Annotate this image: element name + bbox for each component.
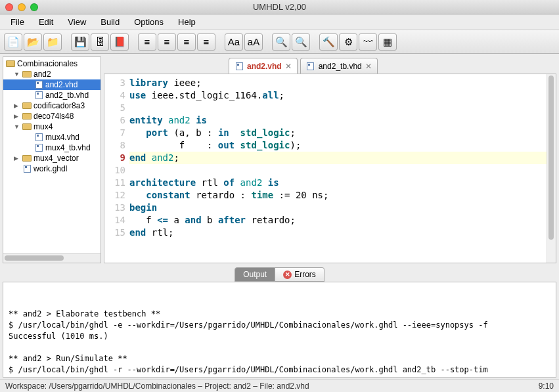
output-line: ** and2 > Run/Simulate ** <box>9 353 550 364</box>
tree-item[interactable]: ▼mux4 <box>3 121 101 132</box>
sidebar-scrollbar[interactable] <box>3 253 101 263</box>
new-icon[interactable]: 📄 <box>4 33 22 51</box>
tree-item[interactable]: mux4_tb.vhd <box>3 142 101 153</box>
menubar: FileEditViewBuildOptionsHelp <box>0 14 559 30</box>
zoom-out-icon[interactable]: 🔍 <box>292 33 310 51</box>
close-window-icon[interactable] <box>5 3 13 11</box>
tree-item[interactable]: ▶codificador8a3 <box>3 100 101 111</box>
output-tab[interactable]: Output <box>235 267 275 282</box>
tree-root-label: Combinacionales <box>17 59 78 68</box>
code-view[interactable]: library ieee;use ieee.std_logic_1164.all… <box>129 74 547 263</box>
editor-tab[interactable]: and2.vhd✕ <box>229 58 298 74</box>
tree-item-label: and2_tb.vhd <box>45 91 89 100</box>
tree-item-label: mux4 <box>34 122 53 131</box>
tree-item[interactable]: work.ghdl <box>3 163 101 174</box>
tree-item-label: work.ghdl <box>34 164 67 173</box>
save-icon[interactable]: 💾 <box>71 33 89 51</box>
error-icon: ✕ <box>283 271 292 279</box>
indent-right-icon[interactable]: ≡ <box>158 33 176 51</box>
indent-left-icon[interactable]: ≡ <box>138 33 156 51</box>
tree-item-label: mux4_tb.vhd <box>45 143 91 152</box>
titlebar: UMHDL v2,00 <box>0 0 559 14</box>
editor-tab[interactable]: and2_tb.vhd✕ <box>300 58 378 74</box>
tree-item[interactable]: ▼and2 <box>3 69 101 79</box>
menu-file[interactable]: File <box>4 15 31 29</box>
tree-item-label: mux4.vhd <box>45 133 79 142</box>
zoom-in-icon[interactable]: 🔍 <box>272 33 290 51</box>
tree-item-label: mux4_vector <box>34 154 79 163</box>
waveform-icon[interactable]: 〰 <box>359 33 377 51</box>
chip-icon[interactable]: ▦ <box>378 33 397 51</box>
outdent-icon[interactable]: ≡ <box>177 33 196 51</box>
dedent-icon[interactable]: ≡ <box>197 33 215 51</box>
statusbar: Workspace: /Users/pgarrido/UMHDL/Combina… <box>0 379 559 392</box>
window-title: UMHDL v2,00 <box>0 2 559 12</box>
tree-item[interactable]: mux4.vhd <box>3 132 101 142</box>
save-all-icon[interactable]: 🗄 <box>91 33 109 51</box>
close-tab-icon[interactable]: ✕ <box>365 62 372 71</box>
close-tab-icon[interactable]: ✕ <box>285 62 292 71</box>
tree-item[interactable]: and2.vhd <box>3 79 101 90</box>
bottom-tabbar: Output ✕Errors <box>3 266 556 282</box>
tree-item-label: deco74ls48 <box>34 112 74 121</box>
tree-item[interactable]: ▶mux4_vector <box>3 153 101 163</box>
output-panel[interactable]: ** and2 > Elaborate testbench **$ /usr/l… <box>3 282 556 378</box>
project-tree: Combinacionales ▼and2and2.vhdand2_tb.vhd… <box>3 57 101 253</box>
tree-item-label: codificador8a3 <box>34 101 85 110</box>
editor-scrollbar[interactable] <box>547 74 556 263</box>
pdf-icon[interactable]: 📕 <box>110 33 129 51</box>
tree-item-label: and2.vhd <box>45 80 78 89</box>
tree-item[interactable]: and2_tb.vhd <box>3 90 101 100</box>
zoom-window-icon[interactable] <box>30 3 38 11</box>
hammer-icon[interactable]: 🔨 <box>319 33 338 51</box>
open-icon[interactable]: 📂 <box>24 33 42 51</box>
errors-tab[interactable]: ✕Errors <box>275 267 324 282</box>
font-small-icon[interactable]: Aa <box>225 33 243 51</box>
tree-item[interactable]: ▶deco74ls48 <box>3 111 101 121</box>
status-right: 9:10 <box>539 381 554 391</box>
output-line: Successful (1010 ms.) <box>9 331 550 342</box>
menu-view[interactable]: View <box>61 15 93 29</box>
output-line: $ /usr/local/bin/ghdl -r --workdir=/User… <box>9 364 550 376</box>
output-line <box>9 342 550 353</box>
output-line: Successful (104 ms.) <box>9 376 550 378</box>
editor-tabbar: and2.vhd✕and2_tb.vhd✕ <box>104 56 556 74</box>
tree-root[interactable]: Combinacionales <box>3 58 101 69</box>
minimize-window-icon[interactable] <box>18 3 26 11</box>
gear-icon[interactable]: ⚙ <box>339 33 357 51</box>
menu-edit[interactable]: Edit <box>32 15 60 29</box>
output-line: ** and2 > Elaborate testbench ** <box>9 309 550 320</box>
tree-item-label: and2 <box>34 70 51 79</box>
menu-options[interactable]: Options <box>127 15 170 29</box>
code-editor[interactable]: 3456789101112131415 library ieee;use iee… <box>104 74 556 263</box>
menu-help[interactable]: Help <box>171 15 202 29</box>
menu-build[interactable]: Build <box>94 15 126 29</box>
project-sidebar: Combinacionales ▼and2and2.vhdand2_tb.vhd… <box>3 56 101 263</box>
font-large-icon[interactable]: aA <box>244 33 263 51</box>
toolbar: 📄📂📁💾🗄📕≡≡≡≡AaaA🔍🔍🔨⚙〰▦ <box>0 30 559 54</box>
folder-icon[interactable]: 📁 <box>43 33 62 51</box>
output-line: $ /usr/local/bin/ghdl -e --workdir=/User… <box>9 320 550 331</box>
status-left: Workspace: /Users/pgarrido/UMHDL/Combina… <box>5 381 309 391</box>
line-gutter: 3456789101112131415 <box>104 74 129 263</box>
